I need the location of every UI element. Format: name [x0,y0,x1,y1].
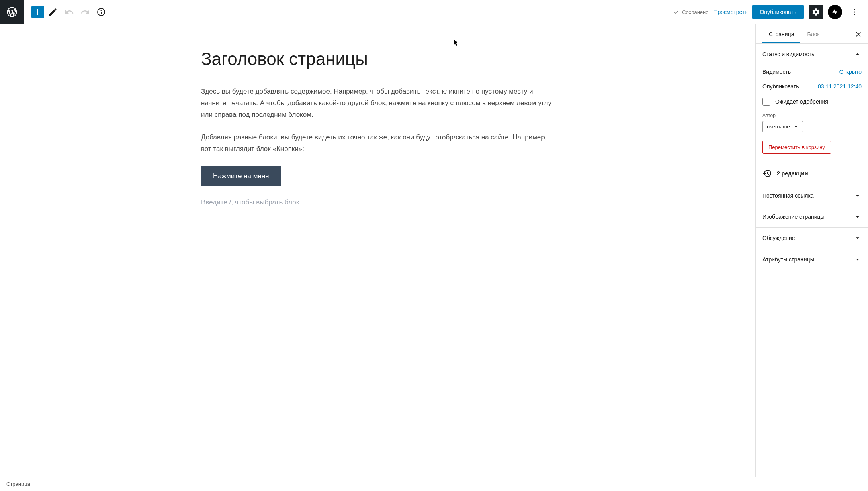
page-attributes-panel: Атрибуты страницы [756,249,868,270]
chevron-up-icon [854,50,862,58]
plus-icon [33,7,43,17]
info-icon [96,7,106,17]
tab-page[interactable]: Страница [762,25,800,43]
gear-icon [811,8,820,16]
checkmark-icon [673,9,680,15]
svg-point-4 [854,12,855,13]
author-selected-value: username [767,124,790,130]
svg-point-5 [854,14,855,15]
editor-footer: Страница [0,477,868,491]
pencil-icon [48,7,58,17]
jetpack-button[interactable] [828,5,842,19]
chevron-down-icon [793,124,799,130]
button-block[interactable]: Нажмите на меня [201,166,281,186]
jetpack-icon [831,8,839,16]
toolbar-right-section: Сохранено Просмотреть Опубликовать [673,5,865,19]
status-visibility-panel: Статус и видимость Видимость Открыто Опу… [756,44,868,162]
author-select[interactable]: username [762,121,803,132]
paragraph-block-2[interactable]: Добавляя разные блоки, вы будете видеть … [201,132,555,155]
undo-button[interactable] [62,5,76,19]
editor-canvas[interactable]: Заголовок страницы Здесь вы будете добав… [0,24,755,477]
edit-tool-button[interactable] [46,5,60,19]
status-visibility-title: Статус и видимость [762,51,814,57]
visibility-row: Видимость Открыто [762,65,862,79]
permalink-title: Постоянная ссылка [762,192,814,199]
chevron-down-icon [854,192,862,200]
status-visibility-header[interactable]: Статус и видимость [756,44,868,65]
page-title-input[interactable]: Заголовок страницы [201,49,555,70]
block-placeholder[interactable]: Введите /, чтобы выбрать блок [201,198,555,206]
move-to-trash-button[interactable]: Переместить в корзину [762,141,831,154]
featured-image-header[interactable]: Изображение страницы [756,206,868,227]
preview-button[interactable]: Просмотреть [713,9,747,15]
chevron-down-icon [854,213,862,221]
publish-date-row: Опубликовать 03.11.2021 12:40 [762,79,862,94]
wordpress-logo[interactable] [0,0,24,24]
redo-button[interactable] [78,5,92,19]
mouse-cursor [454,39,459,46]
pending-review-row: Ожидает одобрения [762,94,862,110]
breadcrumb[interactable]: Страница [6,481,30,487]
wordpress-icon [6,6,18,18]
page-attributes-title: Атрибуты страницы [762,256,814,263]
document-outline-button[interactable] [110,5,125,19]
page-attributes-header[interactable]: Атрибуты страницы [756,249,868,270]
visibility-value[interactable]: Открыто [839,69,862,75]
sidebar-tabs: Страница Блок [756,24,868,44]
editor-tools-group [27,5,125,19]
paragraph-block-1[interactable]: Здесь вы будете добавлять содержимое. На… [201,86,555,121]
more-vertical-icon [850,7,859,17]
save-status-label: Сохранено [682,9,708,15]
revisions-row[interactable]: 2 редакции [756,162,868,185]
pending-review-label: Ожидает одобрения [775,98,828,105]
pending-review-checkbox[interactable] [762,98,770,106]
history-icon [762,169,772,178]
info-button[interactable] [94,5,108,19]
author-label: Автор [762,113,862,118]
editor-content: Заголовок страницы Здесь вы будете добав… [177,33,579,469]
publish-date-label: Опубликовать [762,83,799,90]
close-icon [854,30,862,38]
author-section: Автор username [762,110,862,136]
close-sidebar-button[interactable] [854,29,863,39]
visibility-label: Видимость [762,69,791,75]
settings-button[interactable] [809,5,823,19]
more-options-button[interactable] [847,5,862,19]
save-status: Сохранено [673,9,708,15]
settings-sidebar: Страница Блок Статус и видимость Видимос… [755,24,868,477]
publish-date-value[interactable]: 03.11.2021 12:40 [818,83,862,90]
add-block-button[interactable] [31,6,44,18]
editor-toolbar: Сохранено Просмотреть Опубликовать [0,0,868,24]
chevron-down-icon [854,234,862,242]
revisions-label: 2 редакции [777,170,808,177]
featured-image-panel: Изображение страницы [756,206,868,228]
discussion-panel: Обсуждение [756,228,868,249]
chevron-down-icon [854,255,862,263]
discussion-header[interactable]: Обсуждение [756,228,868,249]
publish-button[interactable]: Опубликовать [752,5,804,19]
svg-point-2 [101,10,102,11]
tab-block[interactable]: Блок [800,25,826,43]
discussion-title: Обсуждение [762,235,795,241]
svg-point-3 [854,9,855,10]
main-area: Заголовок страницы Здесь вы будете добав… [0,24,868,477]
permalink-header[interactable]: Постоянная ссылка [756,185,868,206]
list-icon [113,7,122,17]
redo-icon [80,7,90,17]
permalink-panel: Постоянная ссылка [756,185,868,206]
undo-icon [64,7,74,17]
featured-image-title: Изображение страницы [762,214,825,220]
